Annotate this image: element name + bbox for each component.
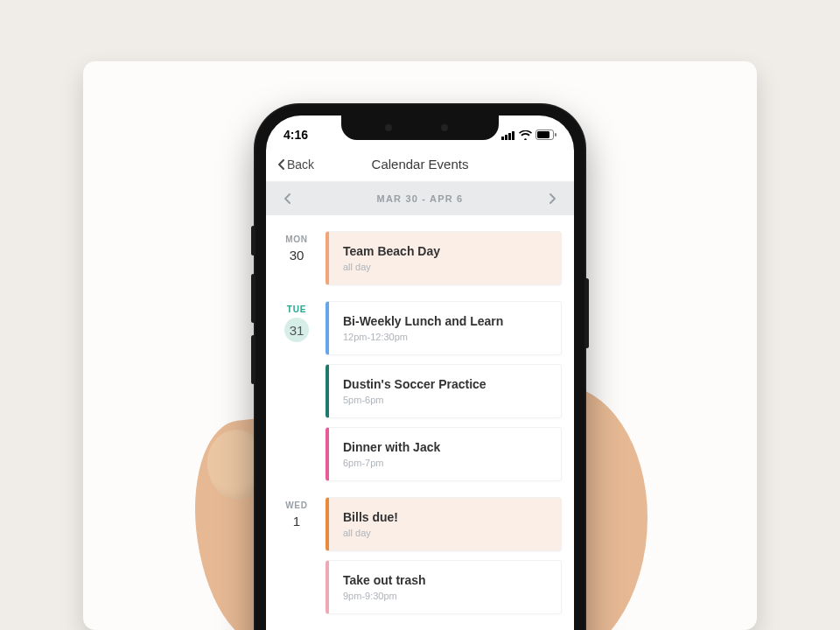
svg-rect-3 (512, 131, 514, 140)
day-block: WED1Bills due!all dayTake out trash9pm-9… (278, 497, 562, 614)
event-card[interactable]: Team Beach Dayall day (326, 231, 562, 285)
day-name: WED (278, 500, 315, 510)
event-time: 5pm-6pm (343, 395, 547, 405)
chevron-right-icon (549, 192, 556, 205)
day-number: 30 (278, 248, 315, 262)
event-card[interactable]: Bills due!all day (326, 497, 562, 551)
phone-frame: 4:16 Back Calendar Events (254, 103, 586, 630)
chevron-left-icon (284, 192, 291, 205)
day-name: MON (278, 234, 315, 244)
status-time: 4:16 (284, 128, 308, 142)
day-events: Team Beach Dayall day (326, 231, 562, 285)
day-header[interactable]: TUE31 (278, 301, 315, 481)
event-card[interactable]: Dustin's Soccer Practice5pm-6pm (326, 364, 562, 418)
back-button[interactable]: Back (276, 158, 314, 172)
week-range-label: MAR 30 - APR 6 (377, 193, 464, 204)
event-title: Bills due! (343, 510, 547, 524)
day-block: TUE31Bi-Weekly Lunch and Learn12pm-12:30… (278, 301, 562, 481)
battery-icon (536, 130, 556, 140)
event-time: 6pm-7pm (343, 458, 547, 468)
wifi-icon (519, 130, 532, 140)
event-time: all day (343, 528, 547, 538)
svg-rect-0 (501, 136, 504, 140)
day-number: 31 (284, 318, 309, 342)
prev-week-button[interactable] (278, 192, 296, 205)
day-events: Bi-Weekly Lunch and Learn12pm-12:30pmDus… (326, 301, 562, 481)
page-title: Calendar Events (372, 157, 469, 172)
event-title: Take out trash (343, 573, 547, 587)
event-title: Bi-Weekly Lunch and Learn (343, 314, 547, 328)
event-title: Team Beach Day (343, 244, 547, 258)
phone-screen: 4:16 Back Calendar Events (266, 116, 574, 630)
event-title: Dustin's Soccer Practice (343, 377, 547, 391)
svg-rect-1 (505, 135, 508, 140)
event-time: 12pm-12:30pm (343, 332, 547, 342)
next-week-button[interactable] (544, 192, 562, 205)
day-header[interactable]: MON30 (278, 231, 315, 285)
week-navigator: MAR 30 - APR 6 (266, 182, 574, 215)
event-card[interactable]: Bi-Weekly Lunch and Learn12pm-12:30pm (326, 301, 562, 355)
day-block: MON30Team Beach Dayall day (278, 231, 562, 285)
event-time: 9pm-9:30pm (343, 591, 547, 601)
svg-rect-6 (555, 133, 556, 136)
phone-notch (341, 116, 499, 140)
event-card[interactable]: Take out trash9pm-9:30pm (326, 560, 562, 614)
event-title: Dinner with Jack (343, 440, 547, 454)
day-number: 1 (278, 514, 315, 528)
day-name: TUE (278, 304, 315, 314)
events-list[interactable]: MON30Team Beach Dayall dayTUE31Bi-Weekly… (266, 215, 574, 630)
chevron-left-icon (276, 158, 285, 171)
day-header[interactable]: WED1 (278, 497, 315, 614)
svg-rect-2 (508, 133, 511, 140)
back-label: Back (287, 158, 314, 172)
event-time: all day (343, 262, 547, 272)
day-events: Bills due!all dayTake out trash9pm-9:30p… (326, 497, 562, 614)
signal-icon (501, 130, 515, 140)
event-card[interactable]: Dinner with Jack6pm-7pm (326, 427, 562, 481)
nav-header: Back Calendar Events (266, 147, 574, 182)
svg-rect-5 (537, 131, 550, 138)
